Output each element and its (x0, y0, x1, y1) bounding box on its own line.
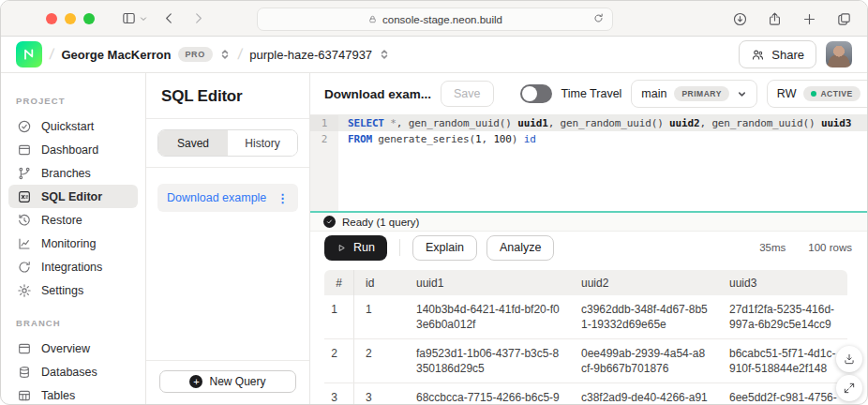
compute-badge: ACTIVE (803, 86, 860, 101)
sidebar-toggle-button[interactable] (119, 8, 150, 28)
sidebar-item-monitoring[interactable]: Monitoring (8, 232, 138, 255)
downloads-icon[interactable] (732, 11, 748, 27)
sidebar-item-label: Monitoring (41, 237, 96, 250)
share-button[interactable]: Share (739, 40, 816, 68)
explain-button[interactable]: Explain (412, 235, 477, 261)
sidebar-item-settings[interactable]: Settings (8, 278, 138, 302)
lock-icon (367, 14, 378, 24)
code-text: FROM generate_series(1, 100) id (338, 131, 867, 147)
run-button[interactable]: Run (324, 235, 387, 261)
cell-n: 1 (324, 295, 354, 338)
sidebar-item-branches[interactable]: Branches (8, 161, 138, 185)
page-title: SQL Editor (161, 87, 294, 106)
query-duration: 35ms (759, 242, 786, 253)
breadcrumb-separator: / (237, 46, 244, 63)
chevron-updown-icon (219, 49, 231, 60)
address-bar[interactable]: console-stage.neon.build (257, 8, 613, 31)
table-row: 3368ccbcca-7715-4266-b6c5-9f7a14ea6e5ec3… (324, 383, 847, 405)
reload-icon[interactable] (592, 12, 605, 24)
column-header: uuid1 (405, 277, 570, 290)
minimize-window-button[interactable] (65, 13, 76, 24)
sidebar-item-label: Settings (41, 284, 83, 297)
sidebar-item-databases[interactable]: Databases (8, 360, 138, 383)
status-dot (811, 91, 816, 97)
new-tab-icon[interactable] (801, 11, 817, 27)
compute-select[interactable]: RW ACTIVE (767, 80, 868, 108)
sidebar-item-restore[interactable]: Restore (8, 208, 138, 232)
project-selector[interactable]: purple-haze-63747937 (249, 48, 390, 62)
history-icon (17, 213, 32, 228)
window-icon (17, 341, 32, 356)
sidebar-item-label: SQL Editor (41, 190, 102, 203)
sidebar-item-integrations[interactable]: Integrations (8, 255, 138, 278)
account-selector[interactable]: George MacKerron PRO (61, 47, 230, 62)
sidebar-item-label: Tables (41, 389, 75, 402)
branch-badge: PRIMARY (674, 86, 728, 101)
sidebar-section-project: PROJECT (1, 96, 145, 106)
sidebar-item-dashboard[interactable]: Dashboard (8, 138, 138, 161)
cell-uuid2: 0ee499ab-2939-4a54-a8cf-9b667b701876 (570, 339, 718, 382)
run-label: Run (353, 241, 375, 254)
url-text: console-stage.neon.build (382, 14, 502, 25)
chart-icon (17, 236, 32, 251)
cell-n: 3 (324, 383, 354, 405)
status-message: Ready (1 query) (342, 217, 419, 228)
gear-icon (17, 283, 32, 298)
app-header: / George MacKerron PRO / purple-haze-637… (1, 37, 867, 73)
code-line[interactable]: 1SELECT *, gen_random_uuid() uuid1, gen_… (310, 115, 867, 131)
sidebar-item-sql-editor[interactable]: SQL Editor (8, 185, 138, 208)
sidebar: PROJECT Quickstart Dashboard Branches SQ… (1, 73, 146, 405)
sidebar-item-overview[interactable]: Overview (8, 337, 138, 360)
browser-window: console-stage.neon.build / George MacKer… (0, 0, 868, 405)
sql-editor-icon (17, 189, 32, 204)
chevron-down-icon (737, 89, 747, 99)
forward-button[interactable] (188, 8, 208, 28)
analyze-button[interactable]: Analyze (486, 235, 554, 261)
sidebar-item-label: Branches (41, 167, 91, 180)
share-label: Share (771, 48, 804, 62)
actions-divider (399, 239, 400, 256)
database-icon (17, 365, 32, 380)
column-header: uuid3 (718, 277, 847, 290)
close-window-button[interactable] (46, 13, 57, 24)
expand-results-button[interactable] (836, 375, 862, 401)
sidebar-item-quickstart[interactable]: Quickstart (8, 114, 138, 138)
saved-query-item[interactable]: Download example ⋮ (157, 184, 298, 212)
sidebar-item-label: Overview (41, 342, 90, 355)
tab-saved[interactable]: Saved (158, 130, 228, 156)
chevron-right-icon (190, 10, 206, 26)
column-header: id (354, 277, 405, 290)
chevron-left-icon (161, 10, 177, 26)
queries-panel: SQL Editor Saved History Download exampl… (146, 73, 310, 405)
sql-code-editor[interactable]: 1SELECT *, gen_random_uuid() uuid1, gen_… (310, 115, 867, 211)
saved-history-tabs: Saved History (157, 129, 298, 157)
editor-workspace: Download exam... Save Time Travel main P… (310, 73, 867, 405)
query-title: Download exam... (324, 87, 431, 101)
table-row: 22fa9523d1-1b06-4377-b3c5-8350186d29c50e… (324, 339, 847, 383)
panels-icon (121, 10, 137, 26)
sidebar-item-label: Quickstart (41, 120, 94, 133)
code-line[interactable]: 2FROM generate_series(1, 100) id (310, 131, 867, 147)
editor-toolbar: Download exam... Save Time Travel main P… (310, 73, 867, 115)
kebab-menu-icon[interactable]: ⋮ (277, 191, 289, 205)
tab-history[interactable]: History (228, 130, 297, 156)
project-name: purple-haze-63747937 (249, 48, 372, 62)
sidebar-item-tables[interactable]: Tables (8, 383, 138, 405)
share-icon[interactable] (767, 11, 783, 27)
cell-uuid2: c3962ddb-348f-4d67-8b51-19332d69e65e (570, 295, 718, 338)
zoom-window-button[interactable] (83, 13, 95, 24)
account-name: George MacKerron (61, 48, 171, 62)
neon-logo[interactable] (16, 41, 42, 68)
branch-select[interactable]: main PRIMARY (631, 80, 756, 108)
cell-uuid3: b6cabc51-5f71-4d1c-910f-518844e2f148 (718, 339, 847, 382)
results-table-header: #iduuid1uuid2uuid3 (324, 270, 847, 295)
new-query-button[interactable]: + New Query (159, 370, 296, 393)
user-avatar[interactable] (826, 41, 852, 68)
save-button[interactable]: Save (441, 81, 494, 107)
back-button[interactable] (159, 8, 179, 28)
cell-uuid2: c38f2ad9-de40-4266-a918-ae947c732ed0 (570, 383, 718, 405)
sidebar-item-label: Integrations (41, 261, 102, 274)
download-results-button[interactable] (836, 346, 862, 372)
time-travel-toggle[interactable] (520, 84, 552, 103)
tab-overview-icon[interactable] (836, 11, 852, 27)
